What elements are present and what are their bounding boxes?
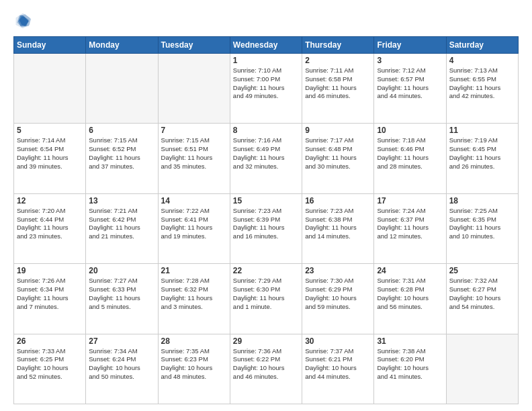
- day-info: Sunrise: 7:23 AM Sunset: 6:38 PM Dayligh…: [305, 207, 371, 241]
- day-info: Sunrise: 7:13 AM Sunset: 6:55 PM Dayligh…: [449, 66, 515, 101]
- day-number: 9: [305, 126, 371, 135]
- calendar-cell: 21Sunrise: 7:28 AM Sunset: 6:32 PM Dayli…: [158, 264, 230, 334]
- calendar-cell: [86, 54, 158, 124]
- day-info: Sunrise: 7:33 AM Sunset: 6:25 PM Dayligh…: [17, 347, 83, 381]
- calendar-table: SundayMondayTuesdayWednesdayThursdayFrid…: [13, 36, 519, 404]
- day-info: Sunrise: 7:16 AM Sunset: 6:49 PM Dayligh…: [233, 136, 299, 171]
- day-number: 27: [89, 336, 154, 346]
- calendar-cell: [14, 54, 86, 124]
- day-number: 3: [377, 56, 443, 65]
- calendar-cell: 7Sunrise: 7:15 AM Sunset: 6:51 PM Daylig…: [158, 124, 230, 193]
- calendar-cell: 30Sunrise: 7:37 AM Sunset: 6:21 PM Dayli…: [302, 334, 374, 404]
- calendar-cell: 6Sunrise: 7:15 AM Sunset: 6:52 PM Daylig…: [86, 124, 158, 193]
- day-number: 14: [161, 196, 227, 205]
- day-number: 12: [17, 196, 83, 205]
- day-number: 23: [305, 266, 371, 275]
- calendar-cell: 22Sunrise: 7:29 AM Sunset: 6:30 PM Dayli…: [230, 264, 302, 334]
- logo-icon: [13, 11, 32, 30]
- day-number: 15: [233, 196, 299, 205]
- calendar-cell: 26Sunrise: 7:33 AM Sunset: 6:25 PM Dayli…: [14, 334, 86, 404]
- day-info: Sunrise: 7:20 AM Sunset: 6:44 PM Dayligh…: [17, 207, 83, 241]
- calendar-cell: 9Sunrise: 7:17 AM Sunset: 6:48 PM Daylig…: [302, 124, 374, 193]
- day-info: Sunrise: 7:12 AM Sunset: 6:57 PM Dayligh…: [377, 66, 443, 101]
- calendar-cell: 23Sunrise: 7:30 AM Sunset: 6:29 PM Dayli…: [302, 264, 374, 334]
- calendar-cell: 20Sunrise: 7:27 AM Sunset: 6:33 PM Dayli…: [86, 264, 158, 334]
- day-number: 7: [161, 126, 227, 135]
- calendar-cell: 13Sunrise: 7:21 AM Sunset: 6:42 PM Dayli…: [86, 193, 158, 263]
- calendar-cell: 15Sunrise: 7:23 AM Sunset: 6:39 PM Dayli…: [230, 193, 302, 263]
- day-header-thursday: Thursday: [302, 37, 374, 54]
- day-info: Sunrise: 7:25 AM Sunset: 6:35 PM Dayligh…: [449, 207, 515, 241]
- day-info: Sunrise: 7:30 AM Sunset: 6:29 PM Dayligh…: [305, 277, 371, 311]
- day-number: 11: [449, 126, 515, 135]
- calendar-week-4: 26Sunrise: 7:33 AM Sunset: 6:25 PM Dayli…: [14, 334, 519, 404]
- day-header-monday: Monday: [86, 37, 158, 54]
- calendar-cell: 18Sunrise: 7:25 AM Sunset: 6:35 PM Dayli…: [446, 193, 518, 263]
- day-info: Sunrise: 7:37 AM Sunset: 6:21 PM Dayligh…: [305, 347, 371, 381]
- day-header-saturday: Saturday: [446, 37, 518, 54]
- day-number: 31: [377, 336, 443, 346]
- day-number: 30: [305, 336, 371, 346]
- calendar-cell: 12Sunrise: 7:20 AM Sunset: 6:44 PM Dayli…: [14, 193, 86, 263]
- day-number: 25: [449, 266, 515, 275]
- calendar-cell: 31Sunrise: 7:38 AM Sunset: 6:20 PM Dayli…: [374, 334, 446, 404]
- day-info: Sunrise: 7:29 AM Sunset: 6:30 PM Dayligh…: [233, 277, 299, 311]
- calendar-header-row: SundayMondayTuesdayWednesdayThursdayFrid…: [14, 37, 519, 54]
- calendar-cell: 10Sunrise: 7:18 AM Sunset: 6:46 PM Dayli…: [374, 124, 446, 193]
- calendar-cell: 27Sunrise: 7:34 AM Sunset: 6:24 PM Dayli…: [86, 334, 158, 404]
- calendar-cell: 14Sunrise: 7:22 AM Sunset: 6:41 PM Dayli…: [158, 193, 230, 263]
- day-info: Sunrise: 7:24 AM Sunset: 6:37 PM Dayligh…: [377, 207, 443, 241]
- calendar-cell: 17Sunrise: 7:24 AM Sunset: 6:37 PM Dayli…: [374, 193, 446, 263]
- calendar-cell: 2Sunrise: 7:11 AM Sunset: 6:58 PM Daylig…: [302, 54, 374, 124]
- day-info: Sunrise: 7:21 AM Sunset: 6:42 PM Dayligh…: [89, 207, 154, 241]
- day-number: 21: [161, 266, 227, 275]
- calendar-cell: [158, 54, 230, 124]
- logo: [13, 11, 35, 30]
- day-number: 16: [305, 196, 371, 205]
- day-number: 22: [233, 266, 299, 275]
- day-number: 19: [17, 266, 83, 275]
- calendar-cell: 1Sunrise: 7:10 AM Sunset: 7:00 PM Daylig…: [230, 54, 302, 124]
- day-header-friday: Friday: [374, 37, 446, 54]
- calendar-cell: 24Sunrise: 7:31 AM Sunset: 6:28 PM Dayli…: [374, 264, 446, 334]
- day-number: 28: [161, 336, 227, 346]
- day-info: Sunrise: 7:18 AM Sunset: 6:46 PM Dayligh…: [377, 136, 443, 171]
- day-info: Sunrise: 7:14 AM Sunset: 6:54 PM Dayligh…: [17, 136, 83, 171]
- day-number: 5: [17, 126, 83, 135]
- day-info: Sunrise: 7:23 AM Sunset: 6:39 PM Dayligh…: [233, 207, 299, 241]
- day-info: Sunrise: 7:15 AM Sunset: 6:52 PM Dayligh…: [89, 136, 154, 171]
- day-info: Sunrise: 7:10 AM Sunset: 7:00 PM Dayligh…: [233, 66, 299, 101]
- day-number: 2: [305, 56, 371, 65]
- day-header-wednesday: Wednesday: [230, 37, 302, 54]
- day-info: Sunrise: 7:31 AM Sunset: 6:28 PM Dayligh…: [377, 277, 443, 311]
- day-number: 10: [377, 126, 443, 135]
- calendar-week-3: 19Sunrise: 7:26 AM Sunset: 6:34 PM Dayli…: [14, 264, 519, 334]
- calendar-cell: 3Sunrise: 7:12 AM Sunset: 6:57 PM Daylig…: [374, 54, 446, 124]
- day-number: 20: [89, 266, 154, 275]
- calendar-week-1: 5Sunrise: 7:14 AM Sunset: 6:54 PM Daylig…: [14, 124, 519, 193]
- day-number: 13: [89, 196, 154, 205]
- day-number: 26: [17, 336, 83, 346]
- calendar-week-2: 12Sunrise: 7:20 AM Sunset: 6:44 PM Dayli…: [14, 193, 519, 263]
- day-number: 4: [449, 56, 515, 65]
- day-number: 6: [89, 126, 154, 135]
- day-number: 29: [233, 336, 299, 346]
- day-number: 8: [233, 126, 299, 135]
- calendar-cell: 25Sunrise: 7:32 AM Sunset: 6:27 PM Dayli…: [446, 264, 518, 334]
- calendar-cell: 11Sunrise: 7:19 AM Sunset: 6:45 PM Dayli…: [446, 124, 518, 193]
- day-info: Sunrise: 7:19 AM Sunset: 6:45 PM Dayligh…: [449, 136, 515, 171]
- calendar-cell: 4Sunrise: 7:13 AM Sunset: 6:55 PM Daylig…: [446, 54, 518, 124]
- day-info: Sunrise: 7:27 AM Sunset: 6:33 PM Dayligh…: [89, 277, 154, 311]
- header: [13, 11, 519, 30]
- day-info: Sunrise: 7:15 AM Sunset: 6:51 PM Dayligh…: [161, 136, 227, 171]
- day-number: 17: [377, 196, 443, 205]
- calendar-cell: [446, 334, 518, 404]
- day-info: Sunrise: 7:35 AM Sunset: 6:23 PM Dayligh…: [161, 347, 227, 381]
- day-number: 24: [377, 266, 443, 275]
- calendar-cell: 16Sunrise: 7:23 AM Sunset: 6:38 PM Dayli…: [302, 193, 374, 263]
- day-info: Sunrise: 7:28 AM Sunset: 6:32 PM Dayligh…: [161, 277, 227, 311]
- day-info: Sunrise: 7:32 AM Sunset: 6:27 PM Dayligh…: [449, 277, 515, 311]
- day-info: Sunrise: 7:34 AM Sunset: 6:24 PM Dayligh…: [89, 347, 154, 381]
- day-header-tuesday: Tuesday: [158, 37, 230, 54]
- day-info: Sunrise: 7:36 AM Sunset: 6:22 PM Dayligh…: [233, 347, 299, 381]
